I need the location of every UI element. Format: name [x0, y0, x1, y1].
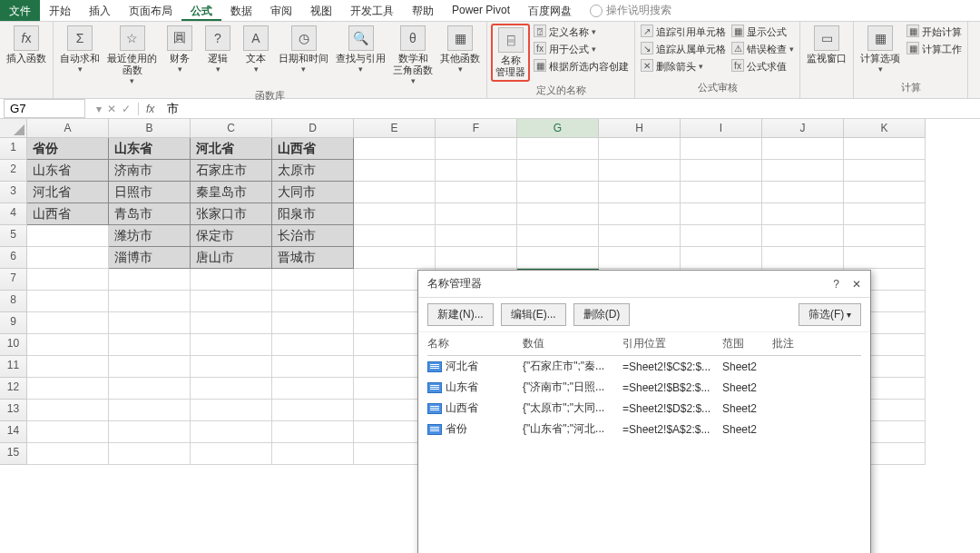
cell[interactable] [762, 160, 844, 182]
cell[interactable]: 淄博市 [109, 247, 191, 269]
cell[interactable]: 晋城市 [272, 247, 354, 269]
tab-home[interactable]: 开始 [40, 0, 80, 21]
watch-window-button[interactable]: ▭监视窗口 [804, 24, 849, 66]
col-header[interactable]: G [517, 119, 599, 138]
tab-formulas[interactable]: 公式 [181, 0, 221, 21]
close-icon[interactable]: ✕ [852, 278, 861, 291]
show-formulas-button[interactable]: ▦显示公式 [730, 24, 796, 40]
cell[interactable] [354, 160, 436, 182]
define-name-button[interactable]: ⍰定义名称 ▾ [532, 24, 631, 40]
text-fn-button[interactable]: A文本▾ [238, 24, 274, 75]
cell[interactable] [436, 160, 517, 182]
cell[interactable] [436, 247, 517, 269]
cell[interactable] [27, 312, 109, 334]
more-fn-button[interactable]: ▦其他函数▾ [437, 24, 483, 75]
cell[interactable] [109, 269, 191, 291]
cell[interactable] [599, 160, 681, 182]
row-header[interactable]: 11 [0, 356, 27, 378]
col-header[interactable]: K [844, 119, 926, 138]
dropdown-icon[interactable]: ▾ [96, 103, 102, 115]
row-header[interactable]: 5 [0, 225, 27, 247]
cell[interactable] [517, 160, 599, 182]
cell[interactable] [354, 182, 436, 203]
cell[interactable]: 大同市 [272, 182, 354, 203]
cell[interactable] [762, 138, 844, 160]
cell[interactable] [27, 400, 109, 421]
logic-fn-button[interactable]: ?逻辑▾ [200, 24, 236, 75]
cell[interactable] [844, 160, 926, 182]
tell-me[interactable]: 操作说明搜索 [590, 0, 671, 21]
row-header[interactable]: 8 [0, 291, 27, 312]
cancel-icon[interactable]: ✕ [107, 103, 116, 115]
cell[interactable] [681, 182, 762, 203]
cell[interactable]: 济南市 [109, 160, 191, 182]
cell[interactable] [681, 203, 762, 225]
cell[interactable] [354, 138, 436, 160]
evaluate-formula-button[interactable]: fx公式求值 [730, 58, 796, 74]
datetime-fn-button[interactable]: ◷日期和时间▾ [276, 24, 331, 75]
cell[interactable] [272, 400, 354, 421]
name-box[interactable] [4, 99, 85, 118]
recent-fn-button[interactable]: ☆最近使用的 函数▾ [104, 24, 160, 87]
cell[interactable]: 山西省 [272, 138, 354, 160]
cell[interactable]: 省份 [27, 138, 109, 160]
cell[interactable] [762, 182, 844, 203]
cell[interactable] [272, 269, 354, 291]
cell[interactable] [599, 247, 681, 269]
formula-input[interactable] [162, 100, 980, 117]
trace-dependents-button[interactable]: ↘追踪从属单元格 [639, 41, 728, 57]
cell[interactable] [436, 225, 517, 247]
cell[interactable] [191, 269, 272, 291]
cell[interactable] [681, 160, 762, 182]
trace-precedents-button[interactable]: ↗追踪引用单元格 [639, 24, 728, 40]
row-header[interactable]: 13 [0, 400, 27, 421]
name-list-row[interactable]: 山西省{"太原市";"大同...=Sheet2!$D$2:$...Sheet2 [427, 398, 861, 419]
row-header[interactable]: 15 [0, 443, 27, 465]
cell[interactable] [109, 312, 191, 334]
tab-file[interactable]: 文件 [0, 0, 40, 21]
filter-button[interactable]: 筛选(F) [799, 303, 861, 326]
cell[interactable] [27, 356, 109, 378]
tab-view[interactable]: 视图 [301, 0, 341, 21]
cell[interactable] [844, 247, 926, 269]
cell[interactable] [27, 334, 109, 356]
cell[interactable] [681, 247, 762, 269]
cell[interactable] [354, 225, 436, 247]
col-header[interactable]: B [109, 119, 191, 138]
cell[interactable] [599, 138, 681, 160]
col-header[interactable]: A [27, 119, 109, 138]
cell[interactable] [191, 356, 272, 378]
cell[interactable] [27, 291, 109, 312]
cell[interactable]: 长治市 [272, 225, 354, 247]
cell[interactable]: 阳泉市 [272, 203, 354, 225]
cell[interactable] [844, 225, 926, 247]
cell[interactable]: 青岛市 [109, 203, 191, 225]
cell[interactable] [844, 182, 926, 203]
cell[interactable] [272, 443, 354, 465]
cell[interactable]: 山东省 [27, 160, 109, 182]
name-list-row[interactable]: 河北省{"石家庄市";"秦...=Sheet2!$C$2:$...Sheet2 [427, 356, 861, 377]
cell[interactable]: 山东省 [109, 138, 191, 160]
cell[interactable] [762, 203, 844, 225]
cell[interactable] [191, 378, 272, 400]
cell[interactable] [191, 334, 272, 356]
lookup-fn-button[interactable]: 🔍查找与引用▾ [333, 24, 388, 75]
cell[interactable] [27, 421, 109, 443]
col-header[interactable]: I [681, 119, 762, 138]
cell[interactable]: 秦皇岛市 [191, 182, 272, 203]
tab-insert[interactable]: 插入 [80, 0, 120, 21]
cell[interactable] [844, 138, 926, 160]
tab-help[interactable]: 帮助 [403, 0, 443, 21]
col-header[interactable]: D [272, 119, 354, 138]
select-all-corner[interactable] [0, 119, 27, 138]
tab-baidu[interactable]: 百度网盘 [519, 0, 581, 21]
remove-arrows-button[interactable]: ✕删除箭头 ▾ [639, 58, 728, 74]
cell[interactable] [27, 247, 109, 269]
error-check-button[interactable]: ⚠错误检查 ▾ [730, 41, 796, 57]
row-header[interactable]: 2 [0, 160, 27, 182]
cell[interactable]: 潍坊市 [109, 225, 191, 247]
cell[interactable] [27, 225, 109, 247]
cell[interactable] [599, 182, 681, 203]
calc-now-button[interactable]: ▦开始计算 [905, 24, 964, 40]
tab-data[interactable]: 数据 [221, 0, 261, 21]
